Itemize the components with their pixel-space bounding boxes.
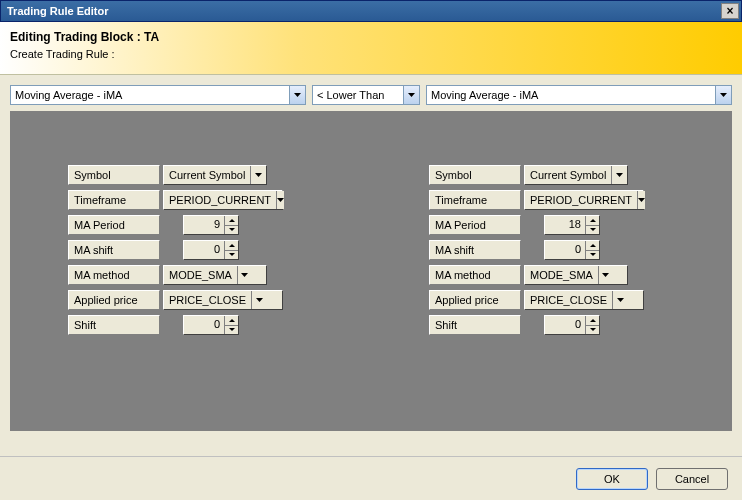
label-symbol: Symbol xyxy=(68,165,160,185)
chevron-down-icon xyxy=(289,86,305,104)
chevron-down-icon xyxy=(251,291,266,309)
label-applied-price: Applied price xyxy=(68,290,160,310)
chevron-down-icon xyxy=(250,166,265,184)
label-ma-period: MA Period xyxy=(429,215,521,235)
spin-down-icon[interactable] xyxy=(225,326,238,335)
left-symbol-select[interactable]: Current Symbol xyxy=(163,165,267,185)
spin-up-icon[interactable] xyxy=(586,316,599,326)
chevron-down-icon xyxy=(612,291,627,309)
left-applied-price-select[interactable]: PRICE_CLOSE xyxy=(163,290,283,310)
window-title: Trading Rule Editor xyxy=(7,5,721,17)
label-ma-method: MA method xyxy=(68,265,160,285)
right-symbol-select[interactable]: Current Symbol xyxy=(524,165,628,185)
spin-up-icon[interactable] xyxy=(586,241,599,251)
spin-down-icon[interactable] xyxy=(586,326,599,335)
label-shift: Shift xyxy=(429,315,521,335)
title-bar: Trading Rule Editor × xyxy=(0,0,742,22)
ok-button[interactable]: OK xyxy=(576,468,648,490)
spin-up-icon[interactable] xyxy=(586,216,599,226)
spin-down-icon[interactable] xyxy=(586,251,599,260)
rule-selector-row: Moving Average - iMA < Lower Than Moving… xyxy=(0,75,742,111)
header-title: Editing Trading Block : TA xyxy=(10,30,732,44)
operator-select[interactable]: < Lower Than xyxy=(312,85,420,105)
label-ma-shift: MA shift xyxy=(68,240,160,260)
header-banner: Editing Trading Block : TA Create Tradin… xyxy=(0,22,742,75)
header-subtitle: Create Trading Rule : xyxy=(10,48,732,60)
label-timeframe: Timeframe xyxy=(429,190,521,210)
chevron-down-icon xyxy=(276,191,284,209)
chevron-down-icon xyxy=(611,166,626,184)
close-icon: × xyxy=(726,4,733,18)
label-ma-period: MA Period xyxy=(68,215,160,235)
chevron-down-icon xyxy=(403,86,419,104)
chevron-down-icon xyxy=(598,266,613,284)
left-timeframe-select[interactable]: PERIOD_CURRENT xyxy=(163,190,283,210)
left-parameters: Symbol Current Symbol Timeframe PERIOD_C… xyxy=(10,165,371,431)
label-ma-method: MA method xyxy=(429,265,521,285)
chevron-down-icon xyxy=(237,266,252,284)
spin-down-icon[interactable] xyxy=(225,226,238,235)
indicator-right-value: Moving Average - iMA xyxy=(427,89,715,101)
left-ma-shift-spinner[interactable]: 0 xyxy=(183,240,239,260)
cancel-button[interactable]: Cancel xyxy=(656,468,728,490)
indicator-left-select[interactable]: Moving Average - iMA xyxy=(10,85,306,105)
label-ma-shift: MA shift xyxy=(429,240,521,260)
spin-up-icon[interactable] xyxy=(225,316,238,326)
spin-down-icon[interactable] xyxy=(225,251,238,260)
spin-up-icon[interactable] xyxy=(225,241,238,251)
right-ma-shift-spinner[interactable]: 0 xyxy=(544,240,600,260)
spin-down-icon[interactable] xyxy=(586,226,599,235)
close-button[interactable]: × xyxy=(721,3,739,19)
indicator-right-select[interactable]: Moving Average - iMA xyxy=(426,85,732,105)
operator-value: < Lower Than xyxy=(313,89,403,101)
right-shift-spinner[interactable]: 0 xyxy=(544,315,600,335)
label-applied-price: Applied price xyxy=(429,290,521,310)
right-applied-price-select[interactable]: PRICE_CLOSE xyxy=(524,290,644,310)
chevron-down-icon xyxy=(715,86,731,104)
indicator-left-value: Moving Average - iMA xyxy=(11,89,289,101)
right-parameters: Symbol Current Symbol Timeframe PERIOD_C… xyxy=(371,165,732,431)
label-timeframe: Timeframe xyxy=(68,190,160,210)
right-ma-period-spinner[interactable]: 18 xyxy=(544,215,600,235)
label-shift: Shift xyxy=(68,315,160,335)
label-symbol: Symbol xyxy=(429,165,521,185)
parameters-panel: Symbol Current Symbol Timeframe PERIOD_C… xyxy=(10,111,732,431)
left-ma-period-spinner[interactable]: 9 xyxy=(183,215,239,235)
spin-up-icon[interactable] xyxy=(225,216,238,226)
right-timeframe-select[interactable]: PERIOD_CURRENT xyxy=(524,190,644,210)
right-ma-method-select[interactable]: MODE_SMA xyxy=(524,265,628,285)
left-ma-method-select[interactable]: MODE_SMA xyxy=(163,265,267,285)
dialog-footer: OK Cancel xyxy=(0,456,742,500)
left-shift-spinner[interactable]: 0 xyxy=(183,315,239,335)
chevron-down-icon xyxy=(637,191,645,209)
